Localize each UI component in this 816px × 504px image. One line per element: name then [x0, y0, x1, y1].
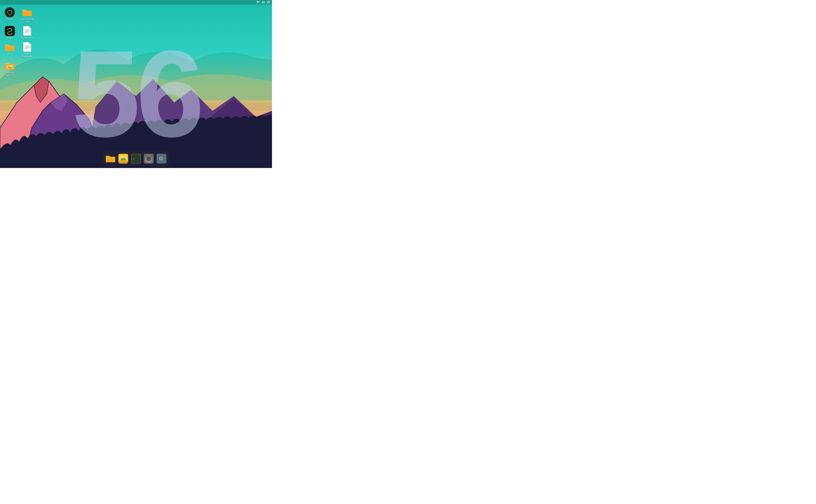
private-keys-label: Private Keys — [21, 37, 33, 39]
desktop-icon-plaintext-passwords[interactable]: Plaintext Passwords — [20, 41, 35, 59]
svg-point-31 — [148, 158, 150, 160]
service-node-stuff-label: Service Node Stuff — [20, 18, 34, 23]
dock-item-settings[interactable] — [143, 153, 154, 164]
topbar — [0, 0, 272, 5]
desktop-icon-christmas-party-pics[interactable]: Christmas Party Pics — [2, 60, 17, 78]
dock-item-image-viewer[interactable] — [118, 153, 129, 164]
desktop-icons: LokiNet Service Node Stuff — [2, 6, 35, 78]
lokinet-label: LokiNet — [6, 18, 13, 21]
svg-text:>_: >_ — [133, 157, 136, 161]
wip-label: W.I.P — [7, 53, 12, 55]
session-label: Session — [6, 37, 14, 39]
desktop-icon-service-node-stuff[interactable]: Service Node Stuff — [20, 6, 35, 24]
dock-item-trash[interactable]: ♻ — [156, 153, 167, 164]
svg-rect-21 — [119, 162, 121, 163]
svg-point-0 — [258, 3, 258, 3]
plaintext-passwords-label: Plaintext Passwords — [20, 53, 34, 58]
desktop-icon-lokinet[interactable]: LokiNet — [2, 6, 17, 24]
svg-point-6 — [6, 8, 14, 16]
svg-rect-8 — [6, 27, 14, 35]
svg-text:♻: ♻ — [158, 155, 163, 162]
desktop-icon-private-keys[interactable]: Private Keys — [20, 25, 35, 40]
dock-item-terminal[interactable]: >_ — [130, 153, 141, 164]
svg-rect-24 — [125, 162, 126, 163]
sound-icon — [262, 1, 265, 4]
desktop-icon-session[interactable]: Session — [2, 25, 17, 40]
dock-item-files[interactable] — [105, 153, 116, 164]
dock: >_ ♻ — [102, 151, 170, 166]
desktop-icon-wip[interactable]: W.I.P — [2, 41, 17, 59]
wifi-icon — [256, 1, 260, 4]
wallpaper: 56 — [0, 5, 272, 168]
svg-text:56: 56 — [72, 25, 201, 162]
svg-point-7 — [9, 10, 10, 11]
svg-rect-23 — [123, 162, 124, 163]
power-icon[interactable] — [267, 1, 270, 4]
christmas-party-pics-label: Christmas Party Pics — [3, 72, 17, 77]
svg-point-19 — [124, 156, 126, 158]
svg-rect-22 — [121, 162, 123, 163]
svg-point-16 — [10, 65, 12, 67]
